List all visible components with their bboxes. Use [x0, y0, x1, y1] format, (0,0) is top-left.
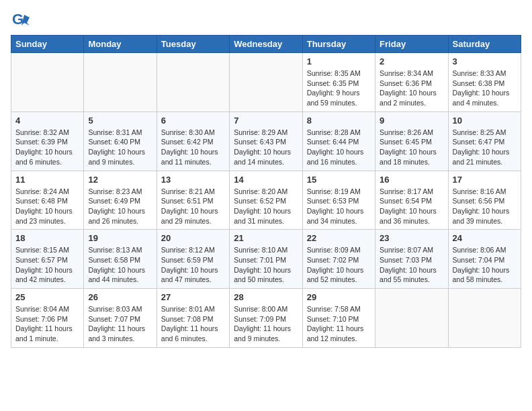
calendar-week-row: 11Sunrise: 8:24 AM Sunset: 6:48 PM Dayli… — [11, 171, 521, 230]
calendar-cell: 12Sunrise: 8:23 AM Sunset: 6:49 PM Dayli… — [84, 171, 157, 230]
calendar-cell — [84, 53, 157, 112]
day-info: Sunrise: 8:35 AM Sunset: 6:35 PM Dayligh… — [307, 68, 371, 108]
calendar-cell: 9Sunrise: 8:26 AM Sunset: 6:45 PM Daylig… — [375, 111, 448, 171]
day-number: 21 — [234, 233, 298, 243]
day-number: 26 — [88, 292, 152, 302]
calendar-table: SundayMondayTuesdayWednesdayThursdayFrid… — [11, 35, 521, 348]
day-info: Sunrise: 8:04 AM Sunset: 7:06 PM Dayligh… — [15, 304, 79, 344]
day-number: 19 — [88, 233, 152, 243]
weekday-header: Tuesday — [157, 36, 229, 53]
day-info: Sunrise: 8:33 AM Sunset: 6:38 PM Dayligh… — [453, 68, 517, 108]
calendar-cell: 6Sunrise: 8:30 AM Sunset: 6:42 PM Daylig… — [157, 111, 229, 171]
day-number: 1 — [307, 56, 371, 66]
day-number: 2 — [380, 56, 443, 66]
day-info: Sunrise: 8:20 AM Sunset: 6:52 PM Dayligh… — [234, 187, 298, 226]
page-header: G — [11, 11, 521, 30]
day-number: 28 — [234, 292, 298, 302]
day-info: Sunrise: 8:19 AM Sunset: 6:53 PM Dayligh… — [307, 187, 371, 226]
day-number: 9 — [380, 116, 443, 126]
day-info: Sunrise: 8:24 AM Sunset: 6:48 PM Dayligh… — [15, 187, 79, 226]
calendar-cell: 10Sunrise: 8:25 AM Sunset: 6:47 PM Dayli… — [448, 111, 521, 171]
day-number: 29 — [307, 292, 371, 302]
calendar-week-row: 18Sunrise: 8:15 AM Sunset: 6:57 PM Dayli… — [11, 230, 521, 289]
day-number: 24 — [453, 233, 517, 243]
calendar-cell: 11Sunrise: 8:24 AM Sunset: 6:48 PM Dayli… — [11, 171, 84, 230]
day-info: Sunrise: 8:03 AM Sunset: 7:07 PM Dayligh… — [88, 304, 152, 344]
calendar-cell: 5Sunrise: 8:31 AM Sunset: 6:40 PM Daylig… — [84, 111, 157, 171]
calendar-cell — [375, 289, 448, 348]
day-info: Sunrise: 8:09 AM Sunset: 7:02 PM Dayligh… — [307, 245, 371, 285]
day-info: Sunrise: 8:10 AM Sunset: 7:01 PM Dayligh… — [234, 245, 298, 285]
calendar-cell: 8Sunrise: 8:28 AM Sunset: 6:44 PM Daylig… — [302, 111, 375, 171]
calendar-cell — [448, 289, 521, 348]
calendar-cell: 28Sunrise: 8:00 AM Sunset: 7:09 PM Dayli… — [230, 289, 302, 348]
day-info: Sunrise: 8:07 AM Sunset: 7:03 PM Dayligh… — [380, 245, 443, 285]
day-info: Sunrise: 8:29 AM Sunset: 6:43 PM Dayligh… — [234, 128, 298, 167]
day-number: 6 — [161, 116, 225, 126]
calendar-cell: 24Sunrise: 8:06 AM Sunset: 7:04 PM Dayli… — [448, 230, 521, 289]
calendar-cell — [157, 53, 229, 112]
calendar-cell: 17Sunrise: 8:16 AM Sunset: 6:56 PM Dayli… — [448, 171, 521, 230]
day-number: 20 — [161, 233, 225, 243]
day-info: Sunrise: 8:25 AM Sunset: 6:47 PM Dayligh… — [453, 128, 517, 167]
calendar-cell: 26Sunrise: 8:03 AM Sunset: 7:07 PM Dayli… — [84, 289, 157, 348]
day-info: Sunrise: 8:13 AM Sunset: 6:58 PM Dayligh… — [88, 245, 152, 285]
day-info: Sunrise: 8:31 AM Sunset: 6:40 PM Dayligh… — [88, 128, 152, 167]
calendar-cell: 7Sunrise: 8:29 AM Sunset: 6:43 PM Daylig… — [230, 111, 302, 171]
day-number: 11 — [15, 175, 79, 185]
day-info: Sunrise: 8:16 AM Sunset: 6:56 PM Dayligh… — [453, 187, 517, 226]
calendar-cell: 19Sunrise: 8:13 AM Sunset: 6:58 PM Dayli… — [84, 230, 157, 289]
calendar-week-row: 1Sunrise: 8:35 AM Sunset: 6:35 PM Daylig… — [11, 53, 521, 112]
day-number: 10 — [453, 116, 517, 126]
day-info: Sunrise: 8:23 AM Sunset: 6:49 PM Dayligh… — [88, 187, 152, 226]
day-number: 3 — [453, 56, 517, 66]
day-number: 23 — [380, 233, 443, 243]
calendar-cell — [11, 53, 84, 112]
day-info: Sunrise: 8:26 AM Sunset: 6:45 PM Dayligh… — [380, 128, 443, 167]
day-info: Sunrise: 8:17 AM Sunset: 6:54 PM Dayligh… — [380, 187, 443, 226]
day-number: 18 — [15, 233, 79, 243]
day-info: Sunrise: 8:30 AM Sunset: 6:42 PM Dayligh… — [161, 128, 225, 167]
calendar-cell: 13Sunrise: 8:21 AM Sunset: 6:51 PM Dayli… — [157, 171, 229, 230]
day-number: 12 — [88, 175, 152, 185]
calendar-cell: 29Sunrise: 7:58 AM Sunset: 7:10 PM Dayli… — [302, 289, 375, 348]
day-info: Sunrise: 8:28 AM Sunset: 6:44 PM Dayligh… — [307, 128, 371, 167]
calendar-cell: 16Sunrise: 8:17 AM Sunset: 6:54 PM Dayli… — [375, 171, 448, 230]
day-number: 8 — [307, 116, 371, 126]
day-info: Sunrise: 8:01 AM Sunset: 7:08 PM Dayligh… — [161, 304, 225, 344]
day-info: Sunrise: 8:21 AM Sunset: 6:51 PM Dayligh… — [161, 187, 225, 226]
day-number: 15 — [307, 175, 371, 185]
calendar-cell: 25Sunrise: 8:04 AM Sunset: 7:06 PM Dayli… — [11, 289, 84, 348]
calendar-cell: 20Sunrise: 8:12 AM Sunset: 6:59 PM Dayli… — [157, 230, 229, 289]
logo-icon: G — [11, 11, 30, 30]
day-number: 27 — [161, 292, 225, 302]
calendar-cell: 15Sunrise: 8:19 AM Sunset: 6:53 PM Dayli… — [302, 171, 375, 230]
calendar-cell: 3Sunrise: 8:33 AM Sunset: 6:38 PM Daylig… — [448, 53, 521, 112]
calendar-cell: 27Sunrise: 8:01 AM Sunset: 7:08 PM Dayli… — [157, 289, 229, 348]
calendar-cell: 4Sunrise: 8:32 AM Sunset: 6:39 PM Daylig… — [11, 111, 84, 171]
day-info: Sunrise: 8:00 AM Sunset: 7:09 PM Dayligh… — [234, 304, 298, 344]
weekday-header: Friday — [375, 36, 448, 53]
day-number: 5 — [88, 116, 152, 126]
calendar-week-row: 25Sunrise: 8:04 AM Sunset: 7:06 PM Dayli… — [11, 289, 521, 348]
day-number: 13 — [161, 175, 225, 185]
day-number: 22 — [307, 233, 371, 243]
day-number: 7 — [234, 116, 298, 126]
weekday-header: Thursday — [302, 36, 375, 53]
day-info: Sunrise: 8:06 AM Sunset: 7:04 PM Dayligh… — [453, 245, 517, 285]
calendar-cell: 18Sunrise: 8:15 AM Sunset: 6:57 PM Dayli… — [11, 230, 84, 289]
calendar-header-row: SundayMondayTuesdayWednesdayThursdayFrid… — [11, 36, 521, 53]
day-info: Sunrise: 8:32 AM Sunset: 6:39 PM Dayligh… — [15, 128, 79, 167]
day-number: 14 — [234, 175, 298, 185]
day-number: 25 — [15, 292, 79, 302]
weekday-header: Wednesday — [230, 36, 302, 53]
day-info: Sunrise: 7:58 AM Sunset: 7:10 PM Dayligh… — [307, 304, 371, 344]
day-info: Sunrise: 8:34 AM Sunset: 6:36 PM Dayligh… — [380, 68, 443, 108]
calendar-week-row: 4Sunrise: 8:32 AM Sunset: 6:39 PM Daylig… — [11, 111, 521, 171]
weekday-header: Sunday — [11, 36, 84, 53]
day-number: 16 — [380, 175, 443, 185]
weekday-header: Monday — [84, 36, 157, 53]
calendar-cell: 14Sunrise: 8:20 AM Sunset: 6:52 PM Dayli… — [230, 171, 302, 230]
day-info: Sunrise: 8:15 AM Sunset: 6:57 PM Dayligh… — [15, 245, 79, 285]
calendar-cell: 1Sunrise: 8:35 AM Sunset: 6:35 PM Daylig… — [302, 53, 375, 112]
